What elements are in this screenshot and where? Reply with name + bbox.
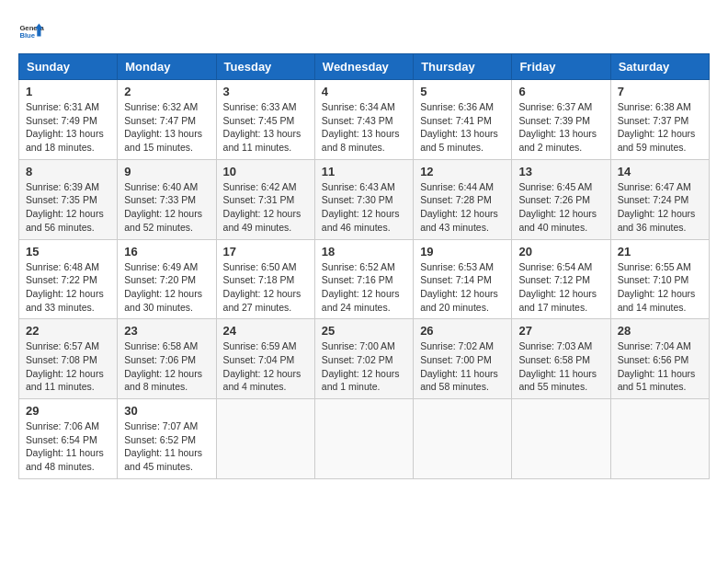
day-number: 4: [322, 85, 406, 98]
day-info: Sunrise: 6:49 AMSunset: 7:20 PMDaylight:…: [124, 261, 202, 313]
calendar-cell: [512, 399, 610, 479]
calendar-week-row: 15 Sunrise: 6:48 AMSunset: 7:22 PMDaylig…: [19, 239, 710, 319]
calendar-cell: 6 Sunrise: 6:37 AMSunset: 7:39 PMDayligh…: [512, 80, 610, 160]
day-number: 8: [26, 165, 110, 178]
day-number: 23: [124, 324, 209, 338]
calendar-cell: 22 Sunrise: 6:57 AMSunset: 7:08 PMDaylig…: [19, 319, 118, 399]
day-number: 30: [124, 404, 209, 418]
day-info: Sunrise: 6:42 AMSunset: 7:31 PMDaylight:…: [223, 181, 301, 233]
weekday-header: Saturday: [610, 54, 709, 80]
calendar-cell: 2 Sunrise: 6:32 AMSunset: 7:47 PMDayligh…: [118, 80, 216, 160]
day-number: 28: [618, 324, 702, 338]
day-number: 17: [223, 245, 308, 259]
day-number: 1: [26, 85, 110, 98]
calendar-cell: 8 Sunrise: 6:39 AMSunset: 7:35 PMDayligh…: [19, 159, 118, 239]
day-number: 3: [223, 85, 308, 98]
calendar-week-row: 8 Sunrise: 6:39 AMSunset: 7:35 PMDayligh…: [19, 159, 710, 239]
day-number: 15: [26, 245, 110, 259]
day-info: Sunrise: 6:44 AMSunset: 7:28 PMDaylight:…: [420, 181, 498, 233]
calendar-cell: 30 Sunrise: 7:07 AMSunset: 6:52 PMDaylig…: [118, 399, 216, 479]
calendar-cell: 16 Sunrise: 6:49 AMSunset: 7:20 PMDaylig…: [118, 239, 216, 319]
calendar-cell: [216, 399, 314, 479]
day-info: Sunrise: 6:59 AMSunset: 7:04 PMDaylight:…: [223, 340, 301, 392]
day-info: Sunrise: 6:36 AMSunset: 7:41 PMDaylight:…: [420, 101, 498, 153]
calendar-table: SundayMondayTuesdayWednesdayThursdayFrid…: [18, 53, 710, 479]
day-info: Sunrise: 6:52 AMSunset: 7:16 PMDaylight:…: [322, 261, 400, 313]
calendar-cell: 10 Sunrise: 6:42 AMSunset: 7:31 PMDaylig…: [216, 159, 314, 239]
calendar-cell: 25 Sunrise: 7:00 AMSunset: 7:02 PMDaylig…: [314, 319, 413, 399]
day-number: 2: [124, 85, 209, 98]
calendar-cell: 21 Sunrise: 6:55 AMSunset: 7:10 PMDaylig…: [610, 239, 709, 319]
page-header: General Blue: [18, 18, 710, 44]
weekday-header: Monday: [118, 54, 216, 80]
calendar-cell: 29 Sunrise: 7:06 AMSunset: 6:54 PMDaylig…: [19, 399, 118, 479]
weekday-header: Wednesday: [314, 54, 413, 80]
weekday-header: Friday: [512, 54, 610, 80]
day-number: 11: [322, 165, 406, 178]
day-number: 13: [518, 165, 603, 178]
calendar-cell: 14 Sunrise: 6:47 AMSunset: 7:24 PMDaylig…: [610, 159, 709, 239]
calendar-cell: 19 Sunrise: 6:53 AMSunset: 7:14 PMDaylig…: [414, 239, 512, 319]
day-number: 10: [223, 165, 308, 178]
calendar-cell: 5 Sunrise: 6:36 AMSunset: 7:41 PMDayligh…: [414, 80, 512, 160]
day-info: Sunrise: 7:04 AMSunset: 6:56 PMDaylight:…: [618, 340, 696, 392]
weekday-header: Sunday: [19, 54, 118, 80]
day-info: Sunrise: 7:00 AMSunset: 7:02 PMDaylight:…: [322, 340, 400, 392]
day-number: 24: [223, 324, 308, 338]
calendar-cell: 24 Sunrise: 6:59 AMSunset: 7:04 PMDaylig…: [216, 319, 314, 399]
day-info: Sunrise: 6:53 AMSunset: 7:14 PMDaylight:…: [420, 261, 498, 313]
day-number: 19: [420, 245, 505, 259]
calendar-cell: 18 Sunrise: 6:52 AMSunset: 7:16 PMDaylig…: [314, 239, 413, 319]
day-info: Sunrise: 6:32 AMSunset: 7:47 PMDaylight:…: [124, 101, 202, 153]
day-info: Sunrise: 7:02 AMSunset: 7:00 PMDaylight:…: [420, 340, 498, 392]
weekday-header: Tuesday: [216, 54, 314, 80]
calendar-cell: 20 Sunrise: 6:54 AMSunset: 7:12 PMDaylig…: [512, 239, 610, 319]
day-info: Sunrise: 6:55 AMSunset: 7:10 PMDaylight:…: [618, 261, 696, 313]
calendar-cell: 4 Sunrise: 6:34 AMSunset: 7:43 PMDayligh…: [314, 80, 413, 160]
calendar-cell: 11 Sunrise: 6:43 AMSunset: 7:30 PMDaylig…: [314, 159, 413, 239]
day-number: 6: [518, 85, 603, 98]
svg-text:Blue: Blue: [19, 31, 35, 40]
calendar-cell: 13 Sunrise: 6:45 AMSunset: 7:26 PMDaylig…: [512, 159, 610, 239]
day-number: 26: [420, 324, 505, 338]
day-number: 21: [618, 245, 702, 259]
calendar-cell: 9 Sunrise: 6:40 AMSunset: 7:33 PMDayligh…: [118, 159, 216, 239]
calendar-cell: [610, 399, 709, 479]
day-info: Sunrise: 6:48 AMSunset: 7:22 PMDaylight:…: [26, 261, 104, 313]
day-info: Sunrise: 6:54 AMSunset: 7:12 PMDaylight:…: [518, 261, 597, 313]
day-number: 7: [618, 85, 702, 98]
day-number: 20: [518, 245, 603, 259]
calendar-cell: 23 Sunrise: 6:58 AMSunset: 7:06 PMDaylig…: [118, 319, 216, 399]
day-info: Sunrise: 6:38 AMSunset: 7:37 PMDaylight:…: [618, 101, 696, 153]
calendar-week-row: 1 Sunrise: 6:31 AMSunset: 7:49 PMDayligh…: [19, 80, 710, 160]
day-info: Sunrise: 6:37 AMSunset: 7:39 PMDaylight:…: [518, 101, 597, 153]
day-number: 9: [124, 165, 209, 178]
day-info: Sunrise: 6:47 AMSunset: 7:24 PMDaylight:…: [618, 181, 696, 233]
day-info: Sunrise: 7:06 AMSunset: 6:54 PMDaylight:…: [26, 420, 104, 472]
day-number: 18: [322, 245, 406, 259]
day-number: 12: [420, 165, 505, 178]
day-info: Sunrise: 6:58 AMSunset: 7:06 PMDaylight:…: [124, 340, 202, 392]
day-info: Sunrise: 6:40 AMSunset: 7:33 PMDaylight:…: [124, 181, 202, 233]
day-info: Sunrise: 6:45 AMSunset: 7:26 PMDaylight:…: [518, 181, 597, 233]
calendar-cell: [414, 399, 512, 479]
calendar-cell: 26 Sunrise: 7:02 AMSunset: 7:00 PMDaylig…: [414, 319, 512, 399]
calendar-cell: 3 Sunrise: 6:33 AMSunset: 7:45 PMDayligh…: [216, 80, 314, 160]
day-info: Sunrise: 6:39 AMSunset: 7:35 PMDaylight:…: [26, 181, 104, 233]
calendar-week-row: 29 Sunrise: 7:06 AMSunset: 6:54 PMDaylig…: [19, 399, 710, 479]
weekday-header: Thursday: [414, 54, 512, 80]
calendar-cell: 7 Sunrise: 6:38 AMSunset: 7:37 PMDayligh…: [610, 80, 709, 160]
calendar-cell: 15 Sunrise: 6:48 AMSunset: 7:22 PMDaylig…: [19, 239, 118, 319]
day-info: Sunrise: 6:50 AMSunset: 7:18 PMDaylight:…: [223, 261, 301, 313]
day-info: Sunrise: 7:07 AMSunset: 6:52 PMDaylight:…: [124, 420, 202, 472]
day-number: 5: [420, 85, 505, 98]
calendar-cell: 1 Sunrise: 6:31 AMSunset: 7:49 PMDayligh…: [19, 80, 118, 160]
day-info: Sunrise: 6:34 AMSunset: 7:43 PMDaylight:…: [322, 101, 400, 153]
day-info: Sunrise: 6:31 AMSunset: 7:49 PMDaylight:…: [26, 101, 104, 153]
day-info: Sunrise: 6:33 AMSunset: 7:45 PMDaylight:…: [223, 101, 301, 153]
calendar-header-row: SundayMondayTuesdayWednesdayThursdayFrid…: [19, 54, 710, 80]
calendar-cell: 17 Sunrise: 6:50 AMSunset: 7:18 PMDaylig…: [216, 239, 314, 319]
day-info: Sunrise: 7:03 AMSunset: 6:58 PMDaylight:…: [518, 340, 597, 392]
day-number: 27: [518, 324, 603, 338]
day-number: 14: [618, 165, 702, 178]
